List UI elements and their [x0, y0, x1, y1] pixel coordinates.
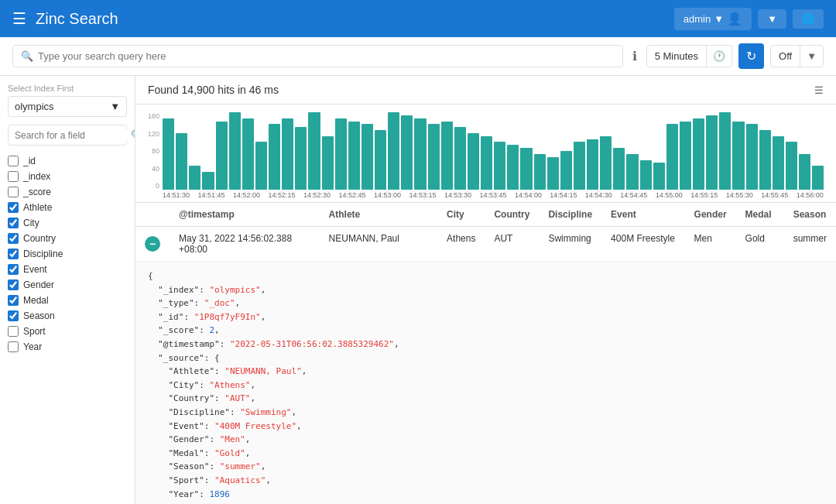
- chart-x-label: 14:55:00: [656, 191, 683, 199]
- info-button[interactable]: ℹ: [629, 46, 640, 67]
- table-body: −May 31, 2022 14:56:02.388 +08:00NEUMANN…: [135, 227, 836, 505]
- field-item[interactable]: Event: [8, 262, 127, 277]
- field-checkbox[interactable]: [8, 187, 19, 197]
- field-item[interactable]: _id: [8, 153, 127, 169]
- chart-bar: [428, 124, 440, 190]
- top-navigation: ☰ Zinc Search admin ▼ 👤 ▼ 🌐: [0, 0, 836, 37]
- admin-button[interactable]: admin ▼ 👤: [674, 8, 752, 30]
- chart-y-label: 40: [152, 165, 159, 173]
- menu-dots-icon[interactable]: ☰: [814, 84, 824, 96]
- chart-x-label: 14:55:15: [690, 191, 718, 199]
- field-checkbox[interactable]: [8, 264, 19, 275]
- chart-x-label: 14:51:30: [163, 191, 190, 199]
- field-checkbox[interactable]: [8, 279, 19, 290]
- chart-bar: [229, 112, 241, 190]
- chart-x-label: 14:54:30: [585, 191, 612, 199]
- user-icon: 👤: [727, 12, 742, 26]
- globe-button[interactable]: 🌐: [793, 9, 824, 29]
- field-name: Year: [23, 341, 42, 352]
- clock-icon[interactable]: 🕐: [707, 46, 732, 67]
- cell-city: Athens: [437, 227, 485, 262]
- chart-bars: [163, 112, 824, 190]
- chart-x-label: 14:52:15: [268, 191, 295, 199]
- field-name: Event: [23, 264, 47, 275]
- chart-x-label: 14:52:45: [338, 191, 365, 199]
- chart-y-label: 0: [156, 182, 159, 190]
- chart-bar: [773, 136, 784, 190]
- off-chevron-icon[interactable]: ▼: [800, 46, 823, 67]
- results-count: Found 14,900 hits in 46 ms: [148, 84, 279, 96]
- chart-bar: [375, 130, 386, 190]
- field-name: Season: [23, 310, 55, 321]
- chart-y-label: 160: [148, 112, 159, 120]
- field-name: _score: [23, 187, 51, 197]
- globe-icon: 🌐: [802, 13, 814, 25]
- chart-bar: [732, 122, 744, 190]
- chart-bar: [414, 118, 426, 190]
- chart-y-label: 120: [148, 130, 159, 138]
- chart-bar: [216, 122, 228, 190]
- field-checkbox[interactable]: [8, 295, 19, 306]
- table-row: −May 31, 2022 14:56:02.388 +08:00NEUMANN…: [135, 227, 836, 262]
- search-input[interactable]: [38, 50, 615, 62]
- field-item[interactable]: Year: [8, 339, 127, 355]
- field-item[interactable]: Medal: [8, 293, 127, 308]
- chart-x-label: 14:54:00: [515, 191, 542, 199]
- chart-bar: [308, 112, 320, 190]
- chart-bar: [282, 118, 293, 190]
- field-checkbox[interactable]: [8, 249, 19, 259]
- chart-bar: [520, 148, 532, 190]
- collapse-button[interactable]: −: [145, 236, 160, 252]
- chart-bar: [481, 136, 492, 190]
- field-checkbox[interactable]: [8, 156, 19, 166]
- field-checkbox[interactable]: [8, 202, 19, 213]
- index-selector[interactable]: olympics ▼: [8, 96, 127, 117]
- field-checkbox[interactable]: [8, 341, 19, 352]
- field-item[interactable]: Season: [8, 308, 127, 324]
- cell-gender: Men: [685, 227, 736, 262]
- field-item[interactable]: _index: [8, 169, 127, 184]
- refresh-button[interactable]: ↻: [738, 43, 764, 69]
- chevron-down-icon: ▼: [714, 13, 724, 25]
- main-layout: Select Index First olympics ▼ 🔍 _id_inde…: [0, 76, 836, 504]
- chart-x-label: 14:51:45: [198, 191, 225, 199]
- column-header: Season: [784, 203, 836, 227]
- field-search-input[interactable]: [15, 130, 131, 141]
- chart-bar: [693, 118, 704, 190]
- chart-bar: [534, 154, 546, 190]
- chart-bar: [348, 122, 360, 190]
- column-header: Discipline: [539, 203, 601, 227]
- cell-event: 400M Freestyle: [601, 227, 684, 262]
- field-checkbox[interactable]: [8, 326, 19, 337]
- chart-bar: [388, 112, 399, 190]
- field-checkbox[interactable]: [8, 171, 19, 182]
- cell-country: AUT: [485, 227, 539, 262]
- field-item[interactable]: Discipline: [8, 246, 127, 262]
- cell-athlete: NEUMANN, Paul: [320, 227, 437, 262]
- field-item[interactable]: Sport: [8, 324, 127, 339]
- chevron-down-icon: ▼: [110, 101, 120, 112]
- nav-extra-button[interactable]: ▼: [758, 9, 786, 29]
- chart-bar: [335, 118, 347, 190]
- json-detail-cell: { "_index": "olympics", "_type": "_doc",…: [135, 262, 836, 505]
- field-checkbox[interactable]: [8, 233, 19, 244]
- field-checkbox[interactable]: [8, 218, 19, 228]
- field-item[interactable]: Athlete: [8, 200, 127, 215]
- chart-bar: [242, 118, 254, 190]
- chart-bar: [322, 136, 334, 190]
- column-header: Country: [485, 203, 539, 227]
- field-item[interactable]: Country: [8, 231, 127, 246]
- chart-bar: [295, 127, 307, 190]
- chart-bar: [613, 148, 625, 190]
- menu-icon[interactable]: ☰: [12, 9, 26, 28]
- chart-bar: [640, 160, 652, 190]
- chart-bar: [468, 133, 479, 190]
- field-item[interactable]: City: [8, 215, 127, 231]
- field-item[interactable]: _score: [8, 184, 127, 200]
- field-checkbox[interactable]: [8, 310, 19, 321]
- field-name: _index: [23, 171, 50, 182]
- column-header: Medal: [736, 203, 784, 227]
- field-list: _id_index_scoreAthleteCityCountryDiscipl…: [8, 153, 127, 355]
- field-item[interactable]: Gender: [8, 277, 127, 293]
- results-header: Found 14,900 hits in 46 ms ☰: [135, 76, 836, 105]
